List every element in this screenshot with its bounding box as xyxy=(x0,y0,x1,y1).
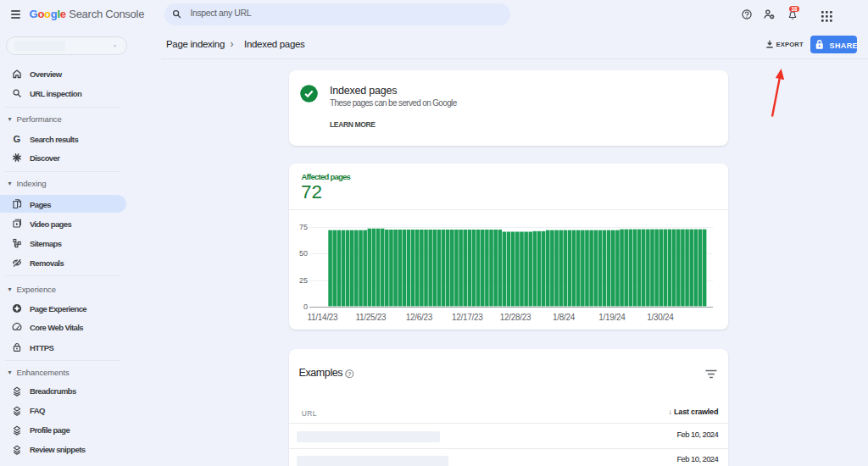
svg-text:?: ? xyxy=(348,371,351,377)
